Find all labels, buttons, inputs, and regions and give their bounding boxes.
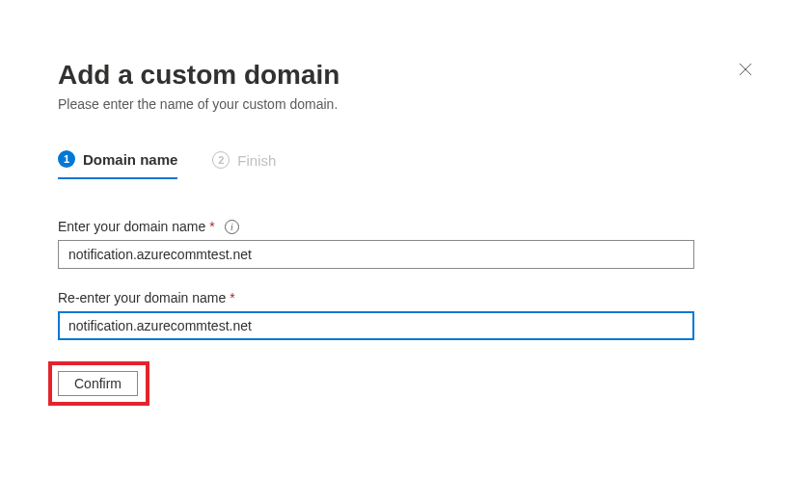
label-text: Enter your domain name <box>58 219 205 234</box>
close-icon[interactable] <box>735 58 756 83</box>
step-label: Domain name <box>83 151 177 168</box>
step-domain-name[interactable]: 1 Domain name <box>58 150 177 179</box>
info-icon[interactable]: i <box>225 220 239 234</box>
wizard-steps: 1 Domain name 2 Finish <box>58 150 756 180</box>
step-finish: 2 Finish <box>212 150 276 179</box>
required-asterisk: * <box>230 290 234 305</box>
domain-label: Enter your domain name * i <box>58 219 756 234</box>
label-text: Re-enter your domain name <box>58 290 226 305</box>
page-subtitle: Please enter the name of your custom dom… <box>58 96 339 112</box>
required-asterisk: * <box>209 219 214 234</box>
step-label: Finish <box>237 152 276 169</box>
domain-confirm-label: Re-enter your domain name * <box>58 290 756 305</box>
confirm-button[interactable]: Confirm <box>58 371 138 396</box>
step-badge: 2 <box>212 151 230 169</box>
domain-confirm-input[interactable] <box>58 311 694 340</box>
step-badge: 1 <box>58 150 75 168</box>
domain-input[interactable] <box>58 240 694 269</box>
page-title: Add a custom domain <box>58 58 339 93</box>
highlight-box: Confirm <box>48 361 149 406</box>
